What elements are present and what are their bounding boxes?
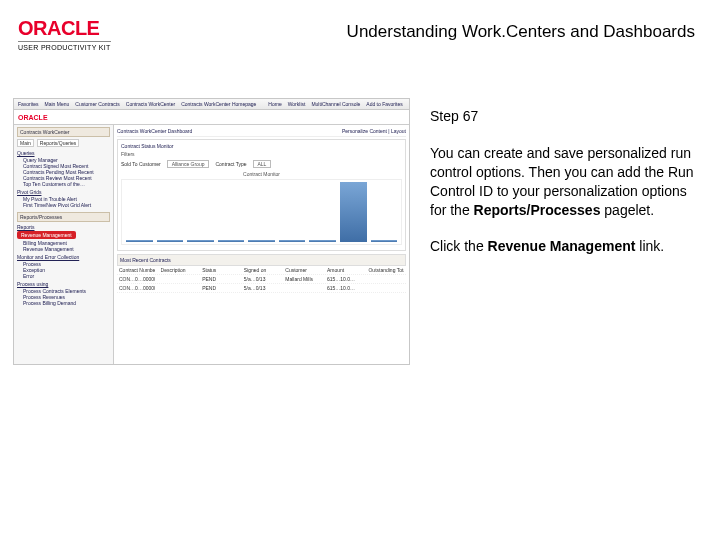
table-row[interactable]: CON…0…00000…9PEND5/a…0/13Mallard Mills61…: [117, 275, 406, 284]
global-nav: Favorites Main Menu Customer Contracts C…: [14, 99, 409, 110]
table-header-row: Contract Number Description Status Signe…: [117, 266, 406, 275]
filter2-label: Contract Type: [215, 161, 246, 167]
filter2-value[interactable]: ALL: [253, 160, 272, 168]
col: Amount: [327, 267, 363, 273]
filter-row: Sold To Customer Alliance Group Contract…: [121, 160, 402, 168]
nav-hp[interactable]: Contracts WorkCenter Homepage: [181, 101, 256, 107]
col: Description: [161, 267, 197, 273]
nav-signout[interactable]: Sign out: [409, 101, 410, 107]
step-label: Step 67: [430, 107, 695, 126]
side-tabs: Main Reports/Queries: [17, 139, 110, 147]
left-pagelet: Contracts WorkCenter Main Reports/Querie…: [14, 125, 114, 365]
process-group: Process using: [17, 281, 110, 287]
nav-favorites[interactable]: Favorites: [18, 101, 39, 107]
instruction-paragraph-1: You can create and save personalized run…: [430, 144, 695, 220]
panel-title: Contract Status Monitor: [121, 143, 174, 149]
personalize-link[interactable]: Personalize Content | Layout: [342, 128, 406, 134]
nav-wc[interactable]: Contracts WorkCenter: [126, 101, 175, 107]
sidebar-item[interactable]: Process Billing Demand: [17, 300, 110, 306]
filter1-value[interactable]: Alliance Group: [167, 160, 210, 168]
sidebar-item[interactable]: Revenue Management: [17, 246, 110, 252]
nav-mcc[interactable]: MultiChannel Console: [311, 101, 360, 107]
filter1-label: Sold To Customer: [121, 161, 161, 167]
reports-group: Reports: [17, 224, 110, 230]
bold-text: Reports/Processes: [474, 202, 601, 218]
logo-block: ORACLE USER PRODUCTIVITY KIT: [18, 18, 111, 51]
nav-cc[interactable]: Customer Contracts: [75, 101, 119, 107]
screenshot-thumbnail: Favorites Main Menu Customer Contracts C…: [13, 98, 410, 365]
sidebar-item[interactable]: Error: [17, 273, 110, 279]
breadcrumb-text: Contracts WorkCenter Dashboard: [117, 128, 192, 134]
col: Outstanding Total: [368, 267, 404, 273]
instruction-paragraph-2: Click the Revenue Management link.: [430, 237, 695, 256]
table-row[interactable]: CON…0…00000…8PEND5/a…0/13615…10.0…: [117, 284, 406, 293]
filters-label: Filters: [121, 151, 135, 157]
sub-header: ORACLE: [14, 110, 409, 125]
pivot-header: Pivot Grids: [17, 189, 110, 195]
reports-processes-header: Reports/Processes: [17, 212, 110, 222]
revenue-management-link[interactable]: Revenue Management: [17, 231, 76, 239]
text: link.: [635, 238, 664, 254]
status-monitor-panel: Contract Status Monitor Filters Sold To …: [117, 139, 406, 251]
oracle-logo: ORACLE: [18, 18, 111, 38]
col: Customer: [285, 267, 321, 273]
monitor-group: Monitor and Error Collection: [17, 254, 110, 260]
bold-text: Revenue Management: [488, 238, 636, 254]
col: Contract Number: [119, 267, 155, 273]
contract-monitor-chart: [121, 179, 402, 245]
brand-text: ORACLE: [18, 114, 48, 121]
page-title: Understanding Work.Centers and Dashboard…: [347, 22, 695, 42]
nav-home[interactable]: Home: [268, 101, 281, 107]
oracle-logo-subtitle: USER PRODUCTIVITY KIT: [18, 41, 111, 51]
text: pagelet.: [600, 202, 654, 218]
workcenter-title: Contracts WorkCenter: [17, 127, 110, 137]
nav-main-menu[interactable]: Main Menu: [45, 101, 70, 107]
instruction-panel: Step 67 You can create and save personal…: [430, 107, 695, 274]
col: Signed on: [244, 267, 280, 273]
queries-header: Queries: [17, 150, 110, 156]
nav-worklist[interactable]: Worklist: [288, 101, 306, 107]
sidebar-item[interactable]: First Time/New Pivot Grid Alert: [17, 202, 110, 208]
nav-addfav[interactable]: Add to Favorites: [366, 101, 402, 107]
main-content: Contracts WorkCenter Dashboard Personali…: [114, 125, 409, 365]
text: Click the: [430, 238, 488, 254]
breadcrumb: Contracts WorkCenter Dashboard Personali…: [117, 128, 406, 137]
tab-reports-queries[interactable]: Reports/Queries: [37, 139, 79, 147]
chart-title: Contract Monitor: [121, 171, 402, 177]
sidebar-item[interactable]: Top Ten Customers of the…: [17, 181, 110, 187]
filter-bar: Filters: [121, 151, 402, 157]
recent-contracts-header: Most Recent Contracts: [117, 254, 406, 266]
tab-main[interactable]: Main: [17, 139, 34, 147]
col: Status: [202, 267, 238, 273]
